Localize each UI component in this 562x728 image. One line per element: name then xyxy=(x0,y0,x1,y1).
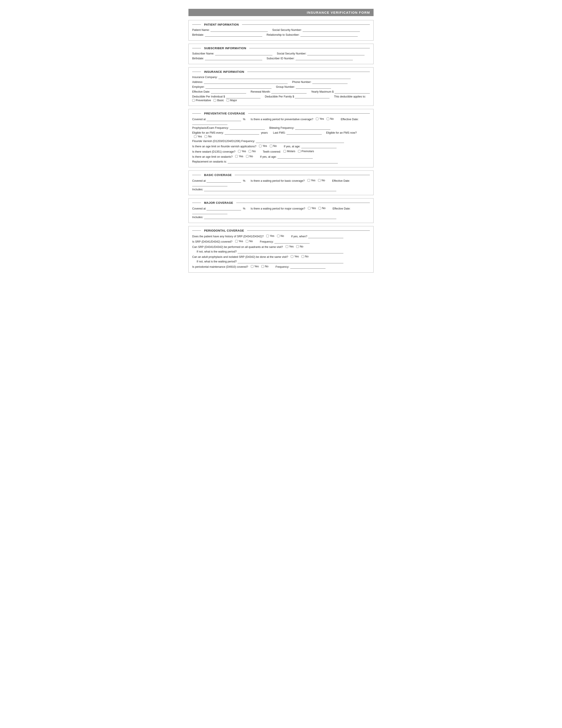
prev-sealant-yes-group[interactable]: Yes xyxy=(238,150,246,153)
prev-age-fluoride-yes-group[interactable]: Yes xyxy=(259,144,267,148)
prev-age-sealants-yes-group[interactable]: Yes xyxy=(235,155,243,158)
perio-srp-same-no-group[interactable]: No xyxy=(296,245,303,248)
prev-replacement-input[interactable] xyxy=(228,160,338,163)
prev-age-fluoride-yes-checkbox[interactable] xyxy=(259,145,262,147)
subscriber-birthdate-input[interactable] xyxy=(205,57,262,60)
insurance-renewal-input[interactable] xyxy=(271,90,306,94)
perio-srp-covered-no-checkbox[interactable] xyxy=(246,240,249,243)
prev-if-yes-age-input[interactable] xyxy=(301,145,336,148)
prev-molars-group[interactable]: Molars xyxy=(283,150,295,153)
prev-fms-now-no-group[interactable]: No xyxy=(205,135,212,138)
prev-molars-checkbox[interactable] xyxy=(283,150,286,153)
subscriber-id-input[interactable] xyxy=(295,57,353,60)
perio-srp-history-yes-group[interactable]: Yes xyxy=(266,234,274,238)
perio-srp-history-no-checkbox[interactable] xyxy=(277,235,280,237)
prev-covered-input[interactable] xyxy=(207,118,241,121)
prev-waiting-no-group[interactable]: No xyxy=(326,117,334,120)
major-waiting-no-checkbox[interactable] xyxy=(318,207,321,210)
insurance-yearly-max-input[interactable] xyxy=(334,90,370,94)
insurance-employer-input[interactable] xyxy=(206,85,272,89)
perio-srp-covered-yes-checkbox[interactable] xyxy=(235,240,238,243)
patient-relationship-input[interactable] xyxy=(300,33,358,37)
perio-srp-history-yes-checkbox[interactable] xyxy=(266,235,269,237)
perio-srp-same-visit-row: Can SRP (D4341/D4342) be performed on al… xyxy=(192,245,370,249)
prev-waiting-no-checkbox[interactable] xyxy=(326,118,329,120)
major-effective-input[interactable] xyxy=(192,211,228,214)
prev-sealant-no-checkbox[interactable] xyxy=(249,150,251,153)
deductible-individual-input[interactable] xyxy=(226,95,261,98)
insurance-phone-input[interactable] xyxy=(312,80,347,84)
perio-adult-yes-group[interactable]: Yes xyxy=(291,255,298,258)
deductible-preventative-checkbox[interactable] xyxy=(192,99,195,102)
perio-adult-no-group[interactable]: No xyxy=(301,255,308,258)
insurance-group-input[interactable] xyxy=(296,85,331,89)
prev-sealant-no-group[interactable]: No xyxy=(249,150,256,153)
deductible-basic-checkbox-group[interactable]: Basic xyxy=(214,99,224,102)
insurance-effective-input[interactable] xyxy=(211,90,246,94)
deductible-preventative-checkbox-group[interactable]: Preventative xyxy=(192,99,211,102)
deductible-major-checkbox-group[interactable]: Major xyxy=(227,99,237,102)
basic-waiting-yes-checkbox[interactable] xyxy=(307,179,310,182)
patient-name-input[interactable] xyxy=(211,28,268,32)
perio-maintenance-yes-label: Yes xyxy=(254,265,259,268)
patient-birthdate-input[interactable] xyxy=(205,33,262,37)
prev-premolars-checkbox[interactable] xyxy=(298,150,300,153)
basic-waiting-yes-group[interactable]: Yes xyxy=(307,179,315,182)
perio-maintenance-yes-group[interactable]: Yes xyxy=(251,265,259,268)
perio-srp-covered-yes-group[interactable]: Yes xyxy=(235,240,243,243)
subscriber-ssn-input[interactable] xyxy=(307,52,364,55)
patient-ssn-input[interactable] xyxy=(302,28,360,32)
prev-premolars-group[interactable]: Premolars xyxy=(298,150,314,153)
perio-srp-covered-no-group[interactable]: No xyxy=(246,240,253,243)
prev-fms-now-yes-group[interactable]: Yes xyxy=(194,135,202,138)
perio-adult-no-checkbox[interactable] xyxy=(301,255,304,258)
prev-bitewing-input[interactable] xyxy=(295,126,330,130)
perio-adult-yes-checkbox[interactable] xyxy=(291,255,293,258)
major-waiting-no-group[interactable]: No xyxy=(318,207,325,210)
basic-includes-input[interactable] xyxy=(204,188,336,191)
major-covered-input[interactable] xyxy=(207,207,241,210)
subscriber-name-input[interactable] xyxy=(215,52,273,55)
prev-effective-input[interactable] xyxy=(192,122,228,125)
perio-srp-history-no-group[interactable]: No xyxy=(277,234,284,238)
deductible-major-checkbox[interactable] xyxy=(227,99,229,102)
perio-frequency2-input[interactable] xyxy=(290,265,325,269)
prev-fms-years-input[interactable] xyxy=(225,131,259,135)
prev-fms-now-yes-checkbox[interactable] xyxy=(194,135,197,138)
prev-prophylaxis-input[interactable] xyxy=(230,126,265,130)
deductible-family-input[interactable] xyxy=(295,95,329,98)
perio-srp-same-yes-group[interactable]: Yes xyxy=(285,245,293,248)
prev-age-sealants-no-checkbox[interactable] xyxy=(246,155,249,158)
perio-if-not-waiting-input[interactable] xyxy=(238,250,343,253)
perio-frequency-input[interactable] xyxy=(275,240,310,243)
prev-age-fluoride-no-checkbox[interactable] xyxy=(270,145,273,147)
perio-maintenance-yes-checkbox[interactable] xyxy=(251,265,254,268)
prev-age-sealants-yes-checkbox[interactable] xyxy=(235,155,238,158)
prev-age-fluoride-no-group[interactable]: No xyxy=(270,144,277,148)
prev-waiting-yes-checkbox[interactable] xyxy=(316,118,318,120)
prev-fluoride-input[interactable] xyxy=(256,140,344,143)
major-waiting-yes-group[interactable]: Yes xyxy=(308,207,316,210)
major-includes-input[interactable] xyxy=(204,216,336,219)
prev-fms-now-no-checkbox[interactable] xyxy=(205,135,207,138)
basic-waiting-no-group[interactable]: No xyxy=(318,179,325,182)
perio-srp-same-yes-checkbox[interactable] xyxy=(285,245,288,248)
perio-if-yes-when-input[interactable] xyxy=(308,235,343,238)
prev-sealant-yes-checkbox[interactable] xyxy=(238,150,241,153)
prev-if-yes-age2-input[interactable] xyxy=(278,155,313,159)
perio-srp-same-no-checkbox[interactable] xyxy=(296,245,299,248)
prev-last-fms-input[interactable] xyxy=(286,131,322,135)
perio-maintenance-no-checkbox[interactable] xyxy=(262,265,264,268)
prev-age-sealants-no-group[interactable]: No xyxy=(246,155,253,158)
insurance-company-input[interactable] xyxy=(219,76,351,79)
major-covered-label: Covered at xyxy=(192,207,206,210)
major-waiting-yes-checkbox[interactable] xyxy=(308,207,310,210)
insurance-address-input[interactable] xyxy=(204,80,287,84)
basic-covered-input[interactable] xyxy=(207,179,241,183)
perio-if-not-waiting2-input[interactable] xyxy=(238,260,343,263)
basic-effective-input[interactable] xyxy=(192,183,228,186)
prev-waiting-yes-group[interactable]: Yes xyxy=(316,117,324,120)
basic-waiting-no-checkbox[interactable] xyxy=(318,179,321,182)
deductible-basic-checkbox[interactable] xyxy=(214,99,216,102)
perio-maintenance-no-group[interactable]: No xyxy=(262,265,269,268)
